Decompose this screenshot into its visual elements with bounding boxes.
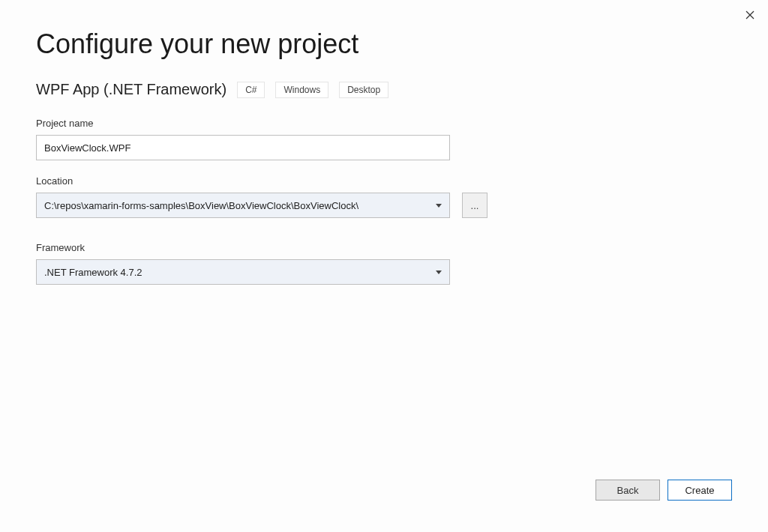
framework-group: Framework .NET Framework 4.7.2 <box>36 242 732 285</box>
page-title: Configure your new project <box>36 28 732 60</box>
chevron-down-icon <box>436 204 442 208</box>
chevron-down-icon <box>436 270 442 274</box>
project-name-group: Project name <box>36 118 732 160</box>
project-name-label: Project name <box>36 118 732 129</box>
tag-desktop: Desktop <box>339 82 388 98</box>
footer-buttons: Back Create <box>596 480 732 501</box>
location-value: C:\repos\xamarin-forms-samples\BoxView\B… <box>44 200 358 211</box>
template-name: WPF App (.NET Framework) <box>36 81 226 98</box>
project-name-input[interactable] <box>36 135 450 160</box>
close-button[interactable] <box>741 6 759 24</box>
create-button[interactable]: Create <box>668 480 732 501</box>
location-combo[interactable]: C:\repos\xamarin-forms-samples\BoxView\B… <box>36 193 450 218</box>
tag-windows: Windows <box>275 82 328 98</box>
framework-combo[interactable]: .NET Framework 4.7.2 <box>36 259 450 285</box>
back-button[interactable]: Back <box>596 480 660 501</box>
location-group: Location C:\repos\xamarin-forms-samples\… <box>36 175 732 218</box>
tag-csharp: C# <box>237 82 265 98</box>
close-icon <box>746 10 754 19</box>
framework-value: .NET Framework 4.7.2 <box>44 267 142 278</box>
location-label: Location <box>36 175 732 187</box>
template-row: WPF App (.NET Framework) C# Windows Desk… <box>36 81 732 98</box>
browse-button[interactable]: ... <box>462 193 488 218</box>
framework-label: Framework <box>36 242 732 253</box>
